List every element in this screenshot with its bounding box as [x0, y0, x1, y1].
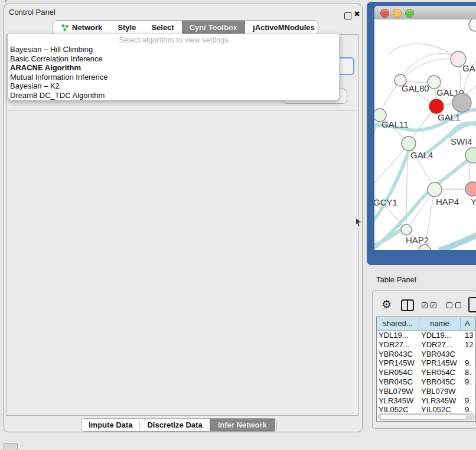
table-row[interactable]: YBR045CYBR045C9. [377, 377, 475, 387]
tab-label: Infer Network [218, 420, 267, 429]
node-label: GAL [462, 63, 476, 73]
network-node[interactable] [469, 19, 476, 31]
network-node[interactable] [428, 182, 442, 197]
gear-icon[interactable]: ⚙ [382, 298, 392, 311]
node-label: SWI4 [451, 136, 472, 146]
split-columns-icon[interactable] [401, 299, 414, 311]
column-header-partial[interactable]: A [461, 317, 475, 330]
tab-style[interactable]: Style [110, 21, 144, 34]
node-label: GAL4 [410, 150, 433, 160]
tab-impute-data[interactable]: Impute Data [81, 419, 139, 431]
algorithm-dropdown-popup: Select algorithm to view settings Bayesi… [8, 34, 340, 100]
table-cell: YBR043C [419, 350, 461, 359]
tab-label: Cyni Toolbox [190, 23, 237, 32]
table-row[interactable]: YPR145WYPR145W9. [377, 358, 475, 368]
table-cell: 9. [461, 358, 475, 368]
tab-label: jActiveMNodules [253, 23, 315, 32]
control-panel-tabbar: Network Style Select Cyni Toolbox jActiv… [53, 20, 318, 35]
tab-label: Network [72, 23, 102, 32]
table-cell: 9. [461, 396, 475, 406]
close-traffic-light[interactable] [380, 9, 389, 18]
network-icon [61, 24, 69, 32]
deselect-all-checkbox-icon[interactable] [455, 302, 461, 308]
node-label: GAL80 [402, 83, 429, 93]
algorithm-option[interactable]: Bayesian – Hill Climbing [8, 45, 339, 54]
table-header-row: shared... name A [377, 317, 475, 331]
node-label: Y [471, 197, 476, 207]
minimize-traffic-light[interactable] [393, 9, 402, 18]
table-panel-title: Table Panel [376, 275, 416, 284]
network-node[interactable] [452, 93, 471, 112]
tab-network[interactable]: Network [53, 21, 110, 34]
cyni-bottom-tabbar: Impute Data Discretize Data Infer Networ… [81, 418, 277, 432]
tab-label: Discretize Data [147, 420, 202, 429]
table-row[interactable]: YBL079WYBL079W [377, 387, 475, 396]
partial-bottom-button[interactable] [4, 443, 18, 450]
table-cell: YER054C [419, 368, 461, 377]
table-cell: 13 [461, 331, 475, 340]
tab-cyni-toolbox[interactable]: Cyni Toolbox [182, 21, 245, 34]
table-cell: YBL079W [419, 387, 461, 396]
table-row[interactable]: YDL19...YDL19...13 [377, 331, 475, 340]
table-horizontal-scrollbar[interactable] [378, 413, 475, 420]
network-window-titlebar[interactable] [374, 6, 476, 20]
network-thick-edge [439, 235, 476, 250]
table-row[interactable]: YER054CYER054C8. [377, 368, 475, 377]
network-node[interactable] [428, 76, 441, 89]
network-node[interactable] [465, 182, 476, 196]
algorithm-option[interactable]: Basic Correlation Inference [8, 54, 339, 64]
network-node[interactable] [429, 99, 444, 113]
table-cell: 8. [461, 368, 475, 377]
document-icon[interactable] [468, 297, 476, 312]
network-node[interactable] [402, 136, 416, 151]
node-label: GAL1 [438, 112, 460, 122]
control-panel-title: Control Panel [9, 8, 56, 17]
table-cell: YBR045C [377, 377, 419, 387]
table-row[interactable]: YBR043CYBR043C [377, 350, 475, 359]
network-thick-edges [374, 109, 476, 248]
column-header-name[interactable]: name [419, 317, 461, 330]
table-cell: 9. [461, 377, 475, 387]
close-icon[interactable]: ✖ [354, 9, 360, 18]
node-label: GCY1 [374, 197, 397, 207]
mouse-cursor [355, 218, 362, 226]
scrollbar-thumb[interactable] [380, 414, 467, 420]
node-label: HAP4 [436, 197, 459, 207]
table-cell: YLR345W [377, 396, 419, 406]
algorithm-option[interactable]: Mutual Information Inference [8, 73, 339, 82]
network-canvas[interactable]: GALGAL80GAL10GAL1GAL11GAL4SWI4GCY1HAP4YH… [374, 19, 476, 250]
table-cell: YBL079W [377, 387, 419, 396]
tab-jactivemnodules[interactable]: jActiveMNodules [245, 21, 318, 34]
algorithm-option[interactable]: Bayesian – K2 [8, 81, 339, 91]
tab-label: Style [118, 23, 136, 32]
node-table: shared... name A YDL19...YDL19...13YDR27… [376, 317, 476, 422]
node-label: GAL11 [382, 119, 409, 129]
column-header-shared-name[interactable]: shared... [377, 317, 419, 330]
dropdown-placeholder: Select algorithm to view settings [8, 35, 339, 45]
network-graph: GALGAL80GAL10GAL1GAL11GAL4SWI4GCY1HAP4YH… [374, 19, 476, 250]
tab-select[interactable]: Select [144, 21, 181, 34]
select-all-checkbox-icon[interactable]: ✓ [422, 302, 428, 308]
table-cell: YDR27... [419, 340, 461, 350]
table-cell: 12 [461, 340, 475, 350]
deselect-all-checkbox-icon[interactable] [446, 302, 452, 308]
select-all-checkbox-icon[interactable]: ✓ [431, 302, 436, 308]
network-node[interactable] [401, 224, 412, 235]
tab-discretize-data[interactable]: Discretize Data [140, 419, 209, 431]
hidden-groupbox-border [7, 110, 357, 110]
table-cell: YBR045C [419, 377, 461, 387]
zoom-traffic-light[interactable] [405, 9, 414, 18]
table-row[interactable]: YDR27...YDR27...12 [377, 340, 475, 350]
tab-label: Impute Data [89, 420, 132, 429]
float-panel-icon[interactable] [344, 12, 351, 19]
edge-artifact [5, 0, 6, 2]
algorithm-option-list: Bayesian – Hill ClimbingBasic Correlatio… [8, 45, 339, 100]
network-nodes: GALGAL80GAL10GAL1GAL11GAL4SWI4GCY1HAP4YH… [374, 19, 476, 250]
table-cell: YPR145W [419, 358, 461, 368]
tab-infer-network[interactable]: Infer Network [210, 419, 275, 431]
table-cell: YER054C [377, 368, 419, 377]
algorithm-option[interactable]: ARACNE Algorithm [8, 63, 339, 73]
table-cell: YBR043C [377, 350, 419, 359]
algorithm-option[interactable]: Dream8 DC_TDC Algorithm [8, 91, 339, 100]
table-row[interactable]: YLR345WYLR345W9. [377, 396, 475, 406]
